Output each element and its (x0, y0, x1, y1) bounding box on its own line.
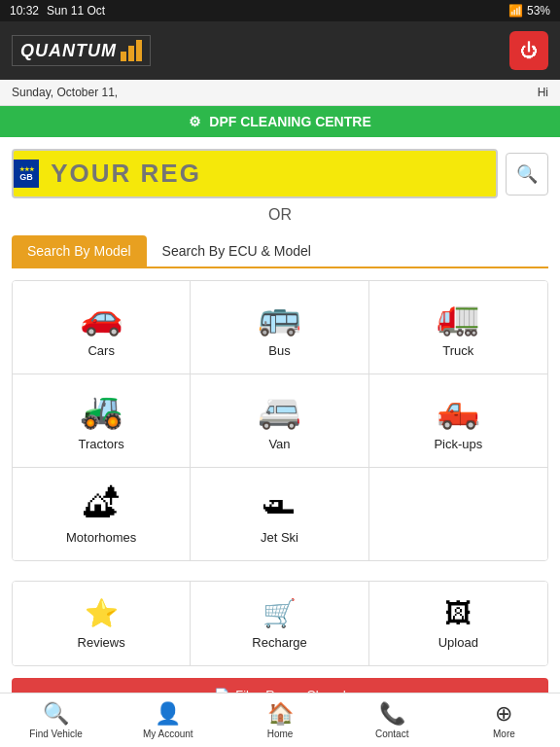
dpf-icon: ⚙ (189, 114, 201, 129)
search-tabs: Search By Model Search By ECU & Model (12, 235, 548, 268)
nav-home[interactable]: 🏠 Home (224, 694, 335, 747)
tab-ecu-label: Search By ECU & Model (162, 243, 311, 259)
eu-stars: ★★★ (19, 165, 34, 172)
upload-label: Upload (438, 635, 478, 650)
vehicle-cell-motorhomes[interactable]: 🏕 Motorhomes (13, 468, 191, 560)
tractors-icon: 🚜 (80, 390, 123, 431)
my-account-label: My Account (143, 729, 193, 739)
vehicle-cell-empty (369, 468, 547, 560)
gb-label: GB (19, 172, 33, 182)
bus-icon: 🚌 (258, 297, 301, 338)
contact-icon: 📞 (379, 701, 405, 727)
recharge-label: Recharge (252, 635, 306, 650)
battery-level: 53% (527, 4, 550, 18)
status-bar: 10:32 Sun 11 Oct 📶 53% (0, 0, 560, 21)
recharge-icon: 🛒 (262, 597, 297, 629)
nav-contact[interactable]: 📞 Contact (336, 694, 448, 747)
reviews-icon: ⭐ (85, 597, 119, 629)
reg-input[interactable] (39, 151, 496, 196)
page-body: ★★★ GB 🔍 OR Search By Model Search By EC… (0, 137, 560, 734)
vehicle-cell-van[interactable]: 🚐 Van (191, 374, 368, 468)
tab-model-label: Search By Model (27, 243, 131, 259)
action-recharge[interactable]: 🛒 Recharge (191, 582, 368, 665)
home-label: Home (267, 729, 294, 739)
reviews-label: Reviews (78, 635, 125, 650)
nav-find-vehicle[interactable]: 🔍 Find Vehicle (0, 694, 112, 747)
pickups-icon: 🛻 (437, 390, 480, 431)
motorhomes-label: Motorhomes (66, 530, 136, 545)
action-reviews[interactable]: ⭐ Reviews (13, 582, 191, 665)
nav-my-account[interactable]: 👤 My Account (112, 694, 224, 747)
home-icon: 🏠 (267, 701, 294, 727)
bottom-nav: 🔍 Find Vehicle 👤 My Account 🏠 Home 📞 Con… (0, 693, 560, 747)
vehicle-cell-jetski[interactable]: 🛥 Jet Ski (191, 468, 368, 560)
status-time: 10:32 (10, 4, 39, 18)
sub-header-date: Sunday, October 11, (12, 86, 118, 99)
logo-text: QUANTUM (20, 41, 117, 61)
tab-search-by-model[interactable]: Search By Model (12, 235, 147, 267)
motorhomes-icon: 🏕 (84, 483, 119, 524)
vehicle-cell-pickups[interactable]: 🛻 Pick-ups (369, 374, 547, 468)
bottom-actions: ⭐ Reviews 🛒 Recharge 🖼 Upload (12, 581, 548, 666)
tractors-label: Tractors (79, 437, 124, 451)
my-account-icon: 👤 (155, 701, 181, 727)
jetski-label: Jet Ski (261, 530, 298, 545)
wifi-icon: 📶 (508, 4, 523, 18)
vehicle-grid: 🚗 Cars 🚌 Bus 🚛 Truck 🚜 Tractors 🚐 Van 🛻 … (12, 280, 548, 561)
cars-icon: 🚗 (80, 297, 123, 338)
gb-badge: ★★★ GB (14, 160, 39, 188)
or-divider: OR (12, 206, 548, 224)
app-header: QUANTUM ⏻ (0, 21, 560, 80)
status-date: Sun 11 Oct (47, 4, 105, 18)
reg-search-button[interactable]: 🔍 (506, 153, 548, 196)
jetski-icon: 🛥 (262, 483, 297, 524)
logo-bar-2 (128, 46, 134, 61)
logo-bars (121, 40, 142, 61)
logo-bar-1 (121, 52, 126, 61)
vehicle-cell-bus[interactable]: 🚌 Bus (191, 281, 368, 374)
sub-header: Sunday, October 11, Hi (0, 80, 560, 106)
truck-label: Truck (442, 343, 473, 358)
find-vehicle-icon: 🔍 (43, 701, 69, 727)
power-button[interactable]: ⏻ (509, 31, 548, 70)
nav-more[interactable]: ⊕ More (448, 694, 560, 747)
find-vehicle-label: Find Vehicle (29, 729, 82, 739)
vehicle-cell-truck[interactable]: 🚛 Truck (369, 281, 547, 374)
tab-search-by-ecu[interactable]: Search By ECU & Model (147, 235, 327, 267)
vehicle-cell-tractors[interactable]: 🚜 Tractors (13, 374, 191, 468)
more-label: More (493, 729, 515, 739)
van-icon: 🚐 (258, 390, 301, 431)
search-icon: 🔍 (516, 163, 538, 185)
vehicle-cell-cars[interactable]: 🚗 Cars (13, 281, 191, 374)
dpf-text: DPF CLEANING CENTRE (209, 114, 370, 129)
reg-container: ★★★ GB 🔍 (12, 149, 548, 198)
reg-input-wrapper[interactable]: ★★★ GB (12, 149, 498, 198)
cars-label: Cars (88, 343, 114, 358)
logo-bar-3 (136, 40, 142, 61)
power-icon: ⏻ (520, 41, 538, 61)
action-upload[interactable]: 🖼 Upload (369, 582, 547, 665)
van-label: Van (268, 437, 290, 451)
bus-label: Bus (268, 343, 290, 358)
more-icon: ⊕ (495, 701, 512, 727)
contact-label: Contact (375, 729, 408, 739)
sub-header-hi: Hi (538, 86, 548, 99)
pickups-label: Pick-ups (434, 437, 482, 451)
upload-icon: 🖼 (444, 597, 472, 629)
dpf-banner: ⚙ DPF CLEANING CENTRE (0, 106, 560, 137)
truck-icon: 🚛 (437, 297, 480, 338)
logo: QUANTUM (12, 35, 151, 66)
